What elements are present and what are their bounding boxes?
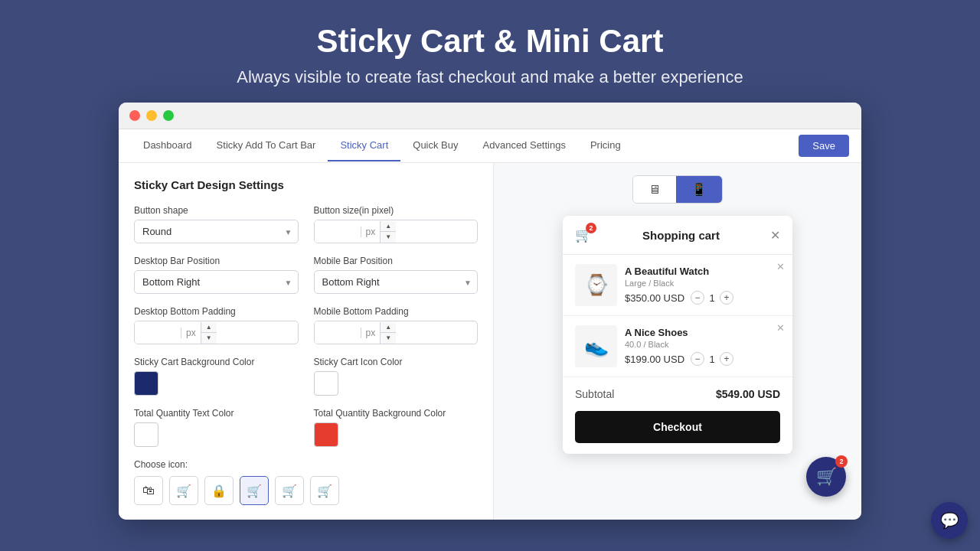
tab-sticky-add-to-cart[interactable]: Sticky Add To Cart Bar — [204, 130, 328, 161]
icon-btn-3[interactable]: 🔒 — [204, 476, 234, 505]
mobile-bar-position-select[interactable]: Bottom Right Bottom Left Top Right Top L… — [314, 270, 479, 294]
cart-footer: Subtotal $549.00 USD Checkout — [563, 377, 792, 454]
cart-close-button[interactable]: ✕ — [770, 228, 780, 243]
form-row-1: Button shape Round Square ▼ Button size(… — [134, 205, 478, 243]
icon-btn-5[interactable]: 🛒 — [275, 476, 304, 505]
qty-bg-color-label: Total Quantity Background Color — [314, 408, 479, 419]
desktop-bottom-padding-input[interactable]: 120 — [135, 321, 181, 344]
tab-pricing[interactable]: Pricing — [578, 130, 633, 161]
mobile-bottom-padding-wrapper: 130 px ▲ ▼ — [314, 321, 479, 344]
mobile-bottom-padding-input[interactable]: 130 — [315, 321, 361, 344]
desktop-bottom-padding-label: Desktop Bottom Padding — [134, 306, 299, 317]
qty-decrease-1[interactable]: − — [691, 291, 704, 305]
save-button[interactable]: Save — [799, 135, 849, 157]
mobile-bar-position-select-wrapper: Bottom Right Bottom Left Top Right Top L… — [314, 270, 479, 294]
qty-increase-1[interactable]: + — [720, 291, 733, 305]
button-shape-group: Button shape Round Square ▼ — [134, 205, 299, 243]
button-size-label: Button size(in pixel) — [314, 205, 479, 216]
button-size-input-wrapper: 15 px ▲ ▼ — [314, 220, 479, 243]
icon-btn-6[interactable]: 🛒 — [310, 476, 339, 505]
qty-control-2: − 1 + — [691, 352, 733, 366]
tab-dashboard[interactable]: Dashboard — [131, 130, 204, 161]
tab-quick-buy[interactable]: Quick Buy — [400, 130, 470, 161]
item-remove-2[interactable]: ✕ — [776, 322, 785, 334]
floating-cart-button[interactable]: 🛒 2 — [806, 457, 846, 497]
bg-color-swatch[interactable] — [134, 371, 158, 396]
desktop-padding-stepper: ▲ ▼ — [201, 322, 217, 344]
icon-row: 🛍 🛒 🔒 🛒 🛒 🛒 — [134, 476, 478, 505]
nav-tabs: Dashboard Sticky Add To Cart Bar Sticky … — [131, 130, 799, 161]
tab-sticky-cart[interactable]: Sticky Cart — [328, 130, 400, 161]
item-name-1: A Beautiful Watch — [625, 266, 780, 277]
icon-btn-2[interactable]: 🛒 — [169, 476, 198, 505]
form-row-3: Desktop Bottom Padding 120 px ▲ ▼ Mobile… — [134, 306, 478, 344]
mobile-padding-down[interactable]: ▼ — [381, 333, 396, 344]
item-details-1: A Beautiful Watch Large / Black $350.00 … — [625, 266, 780, 305]
right-panel: 🖥 📱 🛒 2 Shopping cart ✕ — [494, 163, 861, 520]
item-remove-1[interactable]: ✕ — [776, 261, 785, 272]
header-section: Sticky Cart & Mini Cart Always visible t… — [221, 0, 759, 103]
qty-text-color-group: Total Quantity Text Color — [134, 408, 299, 447]
qty-increase-2[interactable]: + — [720, 352, 733, 366]
button-size-down[interactable]: ▼ — [381, 232, 396, 243]
icon-color-group: Sticky Cart Icon Color — [314, 357, 479, 396]
chat-icon: 💬 — [940, 511, 959, 530]
cart-badge: 🛒 2 — [575, 227, 592, 243]
icon-color-swatch[interactable] — [314, 371, 338, 396]
icon-color-label: Sticky Cart Icon Color — [314, 357, 479, 367]
cart-header: 🛒 2 Shopping cart ✕ — [563, 216, 792, 255]
maximize-dot[interactable] — [163, 110, 174, 121]
qty-text-color-label: Total Quantity Text Color — [134, 408, 299, 419]
subtotal-label: Subtotal — [575, 388, 614, 400]
page-title: Sticky Cart & Mini Cart — [237, 23, 743, 60]
desktop-padding-down[interactable]: ▼ — [201, 333, 217, 344]
button-size-up[interactable]: ▲ — [381, 221, 396, 232]
item-variant-1: Large / Black — [625, 279, 780, 288]
desktop-bottom-padding-wrapper: 120 px ▲ ▼ — [134, 321, 299, 344]
cart-title: Shopping cart — [642, 229, 720, 242]
desktop-view-btn[interactable]: 🖥 — [633, 176, 676, 203]
desktop-padding-up[interactable]: ▲ — [201, 322, 217, 333]
cart-header-left: 🛒 2 — [575, 227, 592, 243]
qty-decrease-2[interactable]: − — [691, 352, 704, 366]
button-shape-label: Button shape — [134, 205, 299, 216]
qty-text-color-swatch[interactable] — [134, 422, 158, 447]
qty-control-1: − 1 + — [691, 291, 733, 305]
browser-window: Dashboard Sticky Add To Cart Bar Sticky … — [119, 103, 861, 520]
floating-cart-icon: 🛒 — [816, 467, 837, 487]
view-toggle: 🖥 📱 — [632, 175, 723, 204]
mobile-bottom-padding-label: Mobile Bottom Padding — [314, 306, 479, 317]
tab-advanced-settings[interactable]: Advanced Settings — [471, 130, 578, 161]
watch-icon: ⌚ — [584, 273, 609, 297]
icon-btn-1[interactable]: 🛍 — [134, 476, 163, 505]
desktop-bar-position-label: Desktop Bar Position — [134, 256, 299, 266]
close-dot[interactable] — [129, 110, 140, 121]
qty-bg-color-swatch[interactable] — [314, 422, 338, 447]
icon-btn-4[interactable]: 🛒 — [240, 476, 269, 505]
mobile-padding-up[interactable]: ▲ — [381, 322, 396, 333]
desktop-bar-position-select[interactable]: Bottom Right Bottom Left Top Right Top L… — [134, 270, 299, 294]
checkout-button[interactable]: Checkout — [575, 411, 780, 443]
minimize-dot[interactable] — [146, 110, 157, 121]
qty-num-1: 1 — [707, 292, 717, 304]
px-label-3: px — [361, 328, 381, 338]
cart-badge-count: 2 — [586, 223, 596, 233]
cart-item-1: ⌚ A Beautiful Watch Large / Black $350.0… — [563, 255, 792, 316]
item-details-2: A Nice Shoes 40.0 / Black $199.00 USD − … — [625, 327, 780, 366]
qty-bg-color-group: Total Quantity Background Color — [314, 408, 479, 447]
panel-title: Sticky Cart Design Settings — [134, 178, 478, 191]
chat-bubble-button[interactable]: 💬 — [931, 502, 968, 539]
desktop-bottom-padding-group: Desktop Bottom Padding 120 px ▲ ▼ — [134, 306, 299, 344]
bg-color-label: Sticky Cart Background Color — [134, 357, 299, 367]
px-label-2: px — [181, 328, 201, 338]
shoe-icon: 👟 — [584, 334, 609, 358]
item-name-2: A Nice Shoes — [625, 327, 780, 338]
button-shape-select[interactable]: Round Square — [134, 220, 299, 243]
form-row-4: Sticky Cart Background Color Sticky Cart… — [134, 357, 478, 396]
item-price-2: $199.00 USD — [625, 354, 684, 365]
subtotal-row: Subtotal $549.00 USD — [575, 388, 780, 400]
button-size-input[interactable]: 15 — [315, 220, 361, 243]
mobile-view-btn[interactable]: 📱 — [676, 176, 722, 203]
item-image-2: 👟 — [575, 325, 617, 367]
button-size-stepper: ▲ ▼ — [380, 221, 396, 243]
